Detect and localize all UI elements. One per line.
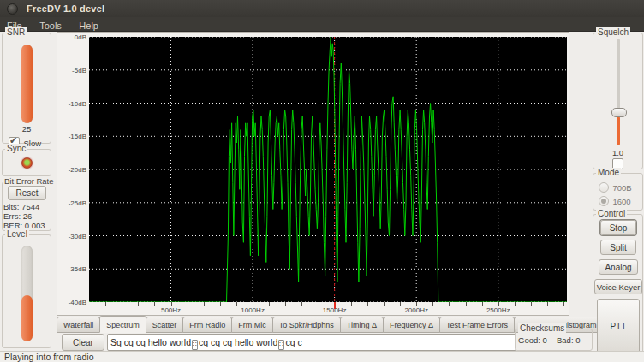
tab-spectrum[interactable]: Spectrum [99, 316, 146, 333]
x-axis-tick [138, 302, 139, 306]
ber-label: Bit Error Rate [3, 176, 56, 186]
split-button[interactable]: Split [600, 240, 636, 255]
y-axis-label: 0dB [57, 33, 86, 41]
checksums-label: Checksums [518, 323, 566, 333]
level-group: Level [2, 234, 51, 348]
snr-group: SNR 25 Slow [2, 33, 51, 144]
missing-glyph-box: ∷ [192, 340, 198, 350]
window-close-icon[interactable] [7, 3, 18, 15]
y-axis-label: -40dB [57, 299, 86, 306]
mode-700b-label: 700B [612, 183, 631, 193]
spectrum-plot-panel: 0dB-5dB-10dB-15dB-20dB-25dB-30dB-35dB-40… [57, 32, 569, 316]
tab-to-spkr-hdphns[interactable]: To Spkr/Hdphns [272, 317, 341, 333]
stop-button[interactable]: Stop [600, 220, 636, 235]
mode-1600-label: 1600 [612, 197, 630, 206]
menu-help[interactable]: Help [72, 19, 105, 33]
x-axis-tick [498, 302, 499, 306]
checksums-group: Checksums Good: 0 Bad: 0 [515, 329, 593, 351]
x-axis-tick [416, 302, 417, 306]
x-axis-tick [384, 302, 385, 306]
menu-tools[interactable]: Tools [33, 19, 69, 33]
x-axis-tick [220, 302, 221, 306]
x-axis-label: 1000Hz [241, 306, 265, 314]
tab-test-frame-errors[interactable]: Test Frame Errors [439, 317, 515, 333]
snr-value: 25 [3, 124, 51, 134]
ber-bits: Bits: 7544 [3, 202, 39, 211]
x-axis-tick [400, 302, 401, 306]
sync-label: Sync [5, 144, 27, 153]
mode-option-1600[interactable]: 1600 [599, 193, 631, 208]
squelch-slider-handle[interactable] [611, 108, 627, 117]
x-axis-tick [515, 302, 516, 306]
clear-button[interactable]: Clear [62, 334, 104, 351]
x-axis-tick [204, 302, 205, 306]
reset-button[interactable]: Reset [8, 186, 46, 200]
control-label: Control [596, 209, 627, 218]
spectrum-plot[interactable] [89, 37, 567, 302]
level-gauge-fill [21, 295, 33, 341]
voice-keyer-button[interactable]: Voice Keyer [594, 279, 642, 294]
squelch-slider-fill [617, 116, 620, 145]
sync-group: Sync [2, 149, 51, 176]
x-axis-tick [188, 302, 188, 306]
tab-waterfall[interactable]: Waterfall [57, 317, 100, 333]
y-axis-label: -15dB [57, 133, 86, 140]
x-axis-tick [351, 302, 352, 306]
message-text-segment: cq cq cq hello world [199, 337, 277, 347]
level-gauge [21, 246, 33, 341]
tx-message-input[interactable]: Sq cq cq hello world∷cq cq cq hello worl… [107, 334, 516, 351]
x-axis-tick [482, 302, 483, 306]
spectrum-chart [89, 37, 567, 302]
x-axis-tick [564, 302, 564, 306]
radio-1600-icon [599, 196, 609, 206]
mode-group: Mode 700B 1600 [593, 173, 643, 211]
ptt-button[interactable]: PTT [597, 299, 640, 353]
menu-bar: File Tools Help [0, 17, 644, 32]
x-axis-tick [531, 302, 532, 306]
x-axis-tick [367, 302, 368, 306]
y-axis-label: -10dB [57, 100, 86, 108]
snr-gauge [21, 45, 33, 123]
x-axis-tick [547, 302, 548, 306]
y-axis-label: -5dB [57, 67, 86, 74]
mode-label: Mode [596, 168, 621, 177]
window-title: FreeDV 1.0 devel [27, 3, 104, 14]
radio-700b-icon [599, 182, 609, 193]
checksums-good: Good: 0 [518, 335, 547, 345]
y-axis-label: -35dB [57, 265, 86, 273]
ber-errs: Errs: 26 [3, 211, 32, 221]
x-axis-tick [236, 302, 237, 306]
status-bar: Playing into from radio [0, 351, 644, 362]
tab-frm-radio[interactable]: Frm Radio [182, 317, 232, 333]
x-axis-tick [466, 302, 467, 306]
message-text-segment: Sq cq cq hello world [110, 337, 191, 347]
x-axis-label: 500Hz [161, 306, 181, 314]
tab-frequency-[interactable]: Frequency Δ [383, 317, 440, 333]
squelch-value: 1.0 [593, 148, 642, 157]
level-label: Level [5, 229, 29, 239]
title-bar: FreeDV 1.0 devel [0, 0, 644, 17]
squelch-label: Squelch [596, 27, 630, 37]
x-axis-tick [301, 302, 302, 306]
x-axis-tick [253, 302, 253, 306]
tab-scatter[interactable]: Scatter [146, 317, 184, 333]
x-axis-tick [432, 302, 433, 306]
x-axis-tick [269, 302, 270, 306]
analog-button[interactable]: Analog [599, 259, 638, 275]
tab-frm-mic[interactable]: Frm Mic [231, 317, 273, 333]
checksums-bad: Bad: 0 [557, 335, 580, 345]
x-axis: 500Hz1000Hz1500Hz2000Hz2500Hz [89, 302, 567, 315]
squelch-group: Squelch 1.0 [593, 33, 643, 169]
x-axis-label: 2500Hz [486, 306, 510, 314]
control-group: Control Stop Split Analog Voice Keyer PT… [593, 214, 643, 358]
sync-led-icon [21, 157, 33, 169]
x-axis-label: 2000Hz [404, 306, 428, 314]
y-axis-label: -25dB [57, 199, 86, 207]
x-axis-label: 1500Hz [323, 306, 347, 314]
x-axis-tick [154, 302, 155, 306]
message-text-segment: cq c [285, 337, 301, 347]
x-axis-tick [285, 302, 286, 306]
app-window: FreeDV 1.0 devel File Tools Help SNR 25 … [0, 0, 644, 362]
tab-timing-[interactable]: Timing Δ [340, 317, 384, 333]
x-axis-tick [449, 302, 450, 306]
